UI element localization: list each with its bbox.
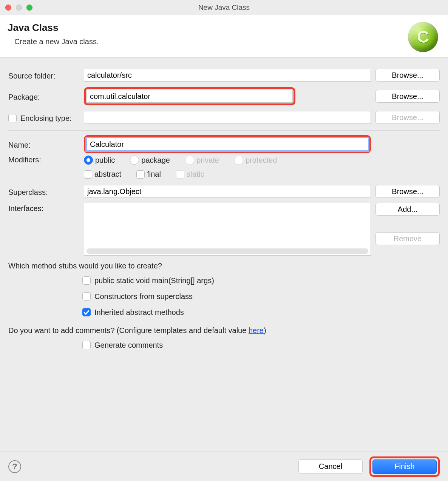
browse-source-folder-button[interactable]: Browse...: [375, 69, 440, 82]
cancel-button[interactable]: Cancel: [298, 459, 363, 474]
window-title: New Java Class: [0, 3, 448, 12]
label-modifiers: Modifiers:: [8, 154, 79, 164]
browse-superclass-button[interactable]: Browse...: [375, 185, 440, 198]
label-superclass: Superclass:: [8, 187, 79, 197]
interfaces-listbox[interactable]: [84, 203, 371, 256]
help-icon[interactable]: ?: [8, 460, 21, 473]
label-interfaces: Interfaces:: [8, 203, 79, 213]
modifier-package-radio[interactable]: [130, 156, 139, 165]
stub-superctor-checkbox[interactable]: [82, 292, 91, 301]
titlebar: New Java Class: [0, 0, 448, 15]
finish-button[interactable]: Finish: [372, 459, 437, 474]
class-icon: C: [408, 22, 438, 52]
browse-enclosing-button: Browse...: [375, 111, 440, 124]
highlight-package: [84, 87, 295, 105]
remove-interface-button: Remove: [375, 232, 440, 245]
modifier-private-label: private: [196, 156, 219, 165]
dialog-heading: Java Class: [8, 22, 99, 34]
modifier-protected-label: protected: [246, 156, 277, 165]
label-package: Package:: [8, 91, 79, 102]
browse-package-button[interactable]: Browse...: [375, 90, 440, 103]
highlight-name: [84, 135, 371, 153]
stub-inherited-label: Inherited abstract methods: [94, 308, 184, 317]
package-input[interactable]: [87, 90, 293, 103]
configure-templates-link[interactable]: here: [249, 326, 264, 335]
stubs-question: Which method stubs would you like to cre…: [8, 262, 440, 270]
modifier-static-label: static: [187, 170, 204, 179]
modifier-private-radio: [185, 156, 194, 165]
label-source-folder: Source folder:: [8, 70, 79, 80]
source-folder-input[interactable]: [84, 69, 371, 82]
form: Source folder: Browse... Package: Browse…: [0, 58, 448, 452]
modifier-public-radio[interactable]: [84, 156, 93, 165]
dialog-header: Java Class Create a new Java class. C: [0, 15, 448, 58]
modifier-final-checkbox[interactable]: [136, 170, 145, 179]
dialog-subtitle: Create a new Java class.: [14, 37, 99, 46]
modifier-static-checkbox: [176, 170, 184, 179]
stub-main-label: public static void main(String[] args): [94, 276, 214, 285]
modifier-protected-radio: [234, 156, 243, 165]
label-name: Name:: [8, 139, 79, 150]
generate-comments-label: Generate comments: [94, 341, 163, 350]
modifier-final-label: final: [147, 170, 161, 179]
modifier-public-label: public: [95, 156, 115, 165]
comments-question: Do you want to add comments? (Configure …: [8, 326, 440, 335]
modifier-abstract-checkbox[interactable]: [84, 170, 92, 179]
enclosing-type-input[interactable]: [84, 111, 371, 124]
label-enclosing-type: Enclosing type:: [20, 114, 72, 123]
stub-main-checkbox[interactable]: [82, 276, 91, 285]
modifier-abstract-label: abstract: [94, 170, 121, 179]
modifier-package-label: package: [141, 156, 170, 165]
superclass-input[interactable]: [84, 185, 371, 198]
name-input[interactable]: [87, 138, 368, 151]
dialog-footer: ? Cancel Finish: [0, 452, 448, 481]
scrollbar[interactable]: [87, 248, 368, 254]
enclosing-type-checkbox[interactable]: [8, 114, 17, 122]
stub-inherited-checkbox[interactable]: [82, 308, 91, 316]
add-interface-button[interactable]: Add...: [375, 203, 440, 216]
highlight-finish: Finish: [369, 456, 440, 477]
generate-comments-checkbox[interactable]: [82, 341, 91, 349]
stub-superctor-label: Constructors from superclass: [94, 292, 193, 301]
